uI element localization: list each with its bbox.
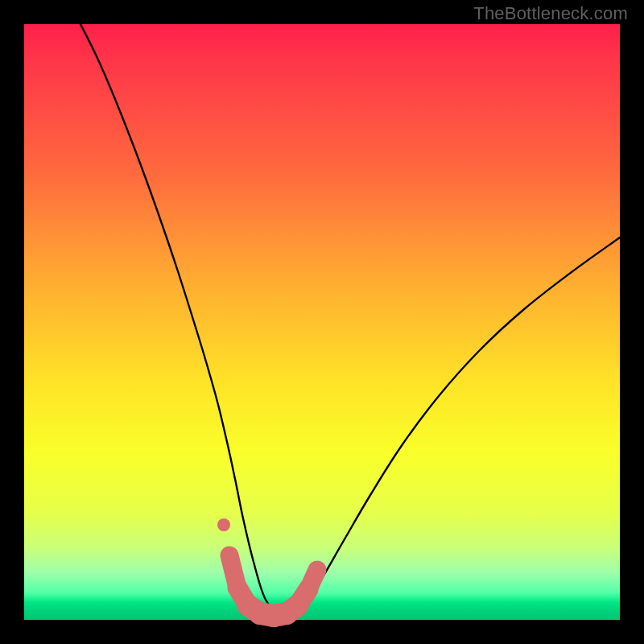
trough-marker-outlier xyxy=(217,518,230,531)
watermark-text: TheBottleneck.com xyxy=(473,3,628,24)
trough-marker xyxy=(299,580,318,599)
trough-marker-group xyxy=(217,518,326,627)
trough-marker xyxy=(221,547,238,564)
trough-marker xyxy=(228,578,247,597)
bottleneck-curve-path xyxy=(80,24,620,616)
chart-area xyxy=(24,24,620,620)
trough-marker xyxy=(308,561,326,579)
bottleneck-curve-svg xyxy=(24,24,620,620)
